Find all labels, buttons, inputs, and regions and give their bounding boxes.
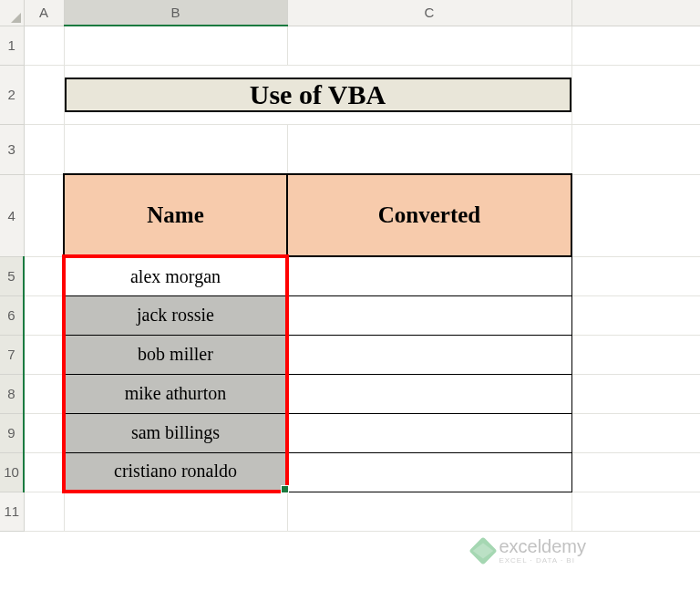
select-all-corner[interactable] (0, 0, 24, 26)
cell-a11[interactable] (24, 492, 64, 531)
cell-b9[interactable]: sam billings (64, 413, 287, 452)
cell-c10[interactable] (287, 452, 571, 492)
cell-a8[interactable] (24, 374, 64, 413)
cell-d2[interactable] (571, 65, 700, 124)
cell-d6[interactable] (571, 295, 700, 335)
cell-d9[interactable] (571, 413, 700, 452)
cell-c8[interactable] (287, 374, 571, 413)
col-header-b[interactable]: B (64, 0, 287, 26)
cell-d5[interactable] (571, 256, 700, 295)
cell-d3[interactable] (571, 124, 700, 174)
title-text: Use of VBA (65, 78, 571, 112)
row-header-1[interactable]: 1 (0, 26, 24, 65)
col-header-blank[interactable] (571, 0, 700, 26)
col-header-a[interactable]: A (24, 0, 64, 26)
cell-c11[interactable] (287, 492, 571, 531)
cell-d1[interactable] (571, 26, 700, 65)
cell-a9[interactable] (24, 413, 64, 452)
cell-c3[interactable] (287, 124, 571, 174)
cell-c5[interactable] (287, 256, 571, 295)
row-header-11[interactable]: 11 (0, 492, 24, 531)
cell-b10[interactable]: cristiano ronaldo (64, 452, 287, 492)
spreadsheet-grid: A B C 1 2 Use of VBA 3 4 Name Converted … (0, 0, 700, 532)
cell-b11[interactable] (64, 492, 287, 531)
column-header-row: A B C (0, 0, 700, 26)
cell-d11[interactable] (571, 492, 700, 531)
cell-d4[interactable] (571, 174, 700, 256)
row-header-6[interactable]: 6 (0, 295, 24, 335)
row-header-4[interactable]: 4 (0, 174, 24, 256)
row-header-5[interactable]: 5 (0, 256, 24, 295)
cell-c9[interactable] (287, 413, 571, 452)
row-header-3[interactable]: 3 (0, 124, 24, 174)
cell-d10[interactable] (571, 452, 700, 492)
watermark-text: exceldemy (499, 537, 586, 555)
cell-c1[interactable] (287, 26, 571, 65)
row-header-9[interactable]: 9 (0, 413, 24, 452)
cell-b3[interactable] (64, 124, 287, 174)
cell-b10-text: cristiano ronaldo (114, 461, 237, 481)
cell-b5[interactable]: alex morgan (64, 256, 287, 295)
cell-d7[interactable] (571, 335, 700, 374)
cell-d8[interactable] (571, 374, 700, 413)
cell-a10[interactable] (24, 452, 64, 492)
cell-a7[interactable] (24, 335, 64, 374)
cell-b8[interactable]: mike athurton (64, 374, 287, 413)
cell-c7[interactable] (287, 335, 571, 374)
row-header-8[interactable]: 8 (0, 374, 24, 413)
col-header-c[interactable]: C (287, 0, 571, 26)
table-header-converted[interactable]: Converted (287, 174, 571, 256)
cell-a1[interactable] (24, 26, 64, 65)
cell-b1[interactable] (64, 26, 287, 65)
row-header-10[interactable]: 10 (0, 452, 24, 492)
watermark: exceldemy EXCEL · DATA · BI (473, 537, 586, 565)
cell-a2[interactable] (24, 65, 64, 124)
cell-a3[interactable] (24, 124, 64, 174)
cell-c6[interactable] (287, 295, 571, 335)
watermark-icon (469, 536, 498, 565)
cell-b6[interactable]: jack rossie (64, 295, 287, 335)
row-header-7[interactable]: 7 (0, 335, 24, 374)
title-cell[interactable]: Use of VBA (64, 65, 571, 124)
cell-a4[interactable] (24, 174, 64, 256)
cell-a5[interactable] (24, 256, 64, 295)
row-header-2[interactable]: 2 (0, 65, 24, 124)
fill-handle[interactable] (281, 485, 289, 493)
cell-a6[interactable] (24, 295, 64, 335)
watermark-subtext: EXCEL · DATA · BI (499, 557, 586, 565)
table-header-name[interactable]: Name (64, 174, 287, 256)
cell-b7[interactable]: bob miller (64, 335, 287, 374)
